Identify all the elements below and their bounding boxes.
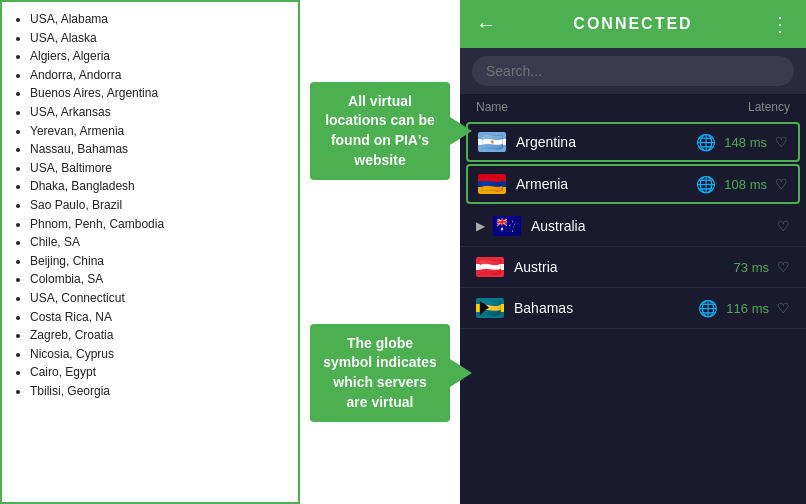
list-item: Chile, SA <box>30 233 288 252</box>
name-column-header: Name <box>476 100 508 114</box>
list-item: Costa Rica, NA <box>30 308 288 327</box>
location-list-panel: USA, AlabamaUSA, AlaskaAlgiers, AlgeriaA… <box>0 0 300 504</box>
table-row[interactable]: 🇦🇹Austria73 ms♡ <box>460 247 806 288</box>
favorite-heart-icon[interactable]: ♡ <box>777 218 790 234</box>
latency-value: 148 ms <box>724 135 767 150</box>
callout-area: All virtual locations can be found on PI… <box>300 0 460 504</box>
latency-value: 116 ms <box>726 301 769 316</box>
server-name: Argentina <box>516 134 696 150</box>
list-item: Cairo, Egypt <box>30 363 288 382</box>
search-input[interactable] <box>472 56 794 86</box>
latency-value: 73 ms <box>734 260 769 275</box>
more-options-button[interactable]: ⋮ <box>770 12 790 36</box>
location-list: USA, AlabamaUSA, AlaskaAlgiers, AlgeriaA… <box>12 10 288 400</box>
table-row[interactable]: 🇧🇸Bahamas🌐116 ms♡ <box>460 288 806 329</box>
table-row[interactable]: 🇦🇷Argentina🌐148 ms♡ <box>466 122 800 162</box>
server-name: Austria <box>514 259 734 275</box>
favorite-heart-icon[interactable]: ♡ <box>777 259 790 275</box>
list-item: Beijing, China <box>30 252 288 271</box>
back-button[interactable]: ← <box>476 13 496 36</box>
favorite-heart-icon[interactable]: ♡ <box>775 176 788 192</box>
callout-virtual-locations: All virtual locations can be found on PI… <box>310 82 450 180</box>
list-item: USA, Baltimore <box>30 159 288 178</box>
table-row[interactable]: 🇦🇲Armenia🌐108 ms♡ <box>466 164 800 204</box>
list-item: Dhaka, Bangladesh <box>30 177 288 196</box>
connection-status-title: CONNECTED <box>573 15 692 33</box>
list-item: USA, Connecticut <box>30 289 288 308</box>
list-item: Nicosia, Cyprus <box>30 345 288 364</box>
server-name: Bahamas <box>514 300 698 316</box>
search-bar <box>460 48 806 94</box>
vpn-app-panel: ← CONNECTED ⋮ Name Latency 🇦🇷Argentina🌐1… <box>460 0 806 504</box>
virtual-globe-icon: 🌐 <box>698 299 718 318</box>
list-item: Zagreb, Croatia <box>30 326 288 345</box>
app-header: ← CONNECTED ⋮ <box>460 0 806 48</box>
list-header: Name Latency <box>460 94 806 120</box>
flag-icon: 🇧🇸 <box>476 298 504 318</box>
flag-icon: 🇦🇺 <box>493 216 521 236</box>
flag-icon: 🇦🇲 <box>478 174 506 194</box>
list-item: Nassau, Bahamas <box>30 140 288 159</box>
flag-icon: 🇦🇹 <box>476 257 504 277</box>
list-item: Yerevan, Armenia <box>30 122 288 141</box>
virtual-globe-icon: 🌐 <box>696 133 716 152</box>
list-item: USA, Arkansas <box>30 103 288 122</box>
virtual-globe-icon: 🌐 <box>696 175 716 194</box>
list-item: Andorra, Andorra <box>30 66 288 85</box>
favorite-heart-icon[interactable]: ♡ <box>777 300 790 316</box>
flag-icon: 🇦🇷 <box>478 132 506 152</box>
list-item: Sao Paulo, Brazil <box>30 196 288 215</box>
list-item: USA, Alaska <box>30 29 288 48</box>
server-list[interactable]: 🇦🇷Argentina🌐148 ms♡🇦🇲Armenia🌐108 ms♡▶🇦🇺A… <box>460 120 806 504</box>
list-item: Buenos Aires, Argentina <box>30 84 288 103</box>
favorite-heart-icon[interactable]: ♡ <box>775 134 788 150</box>
list-item: Tbilisi, Georgia <box>30 382 288 401</box>
expand-arrow-icon: ▶ <box>476 219 485 233</box>
list-item: USA, Alabama <box>30 10 288 29</box>
server-name: Armenia <box>516 176 696 192</box>
list-item: Algiers, Algeria <box>30 47 288 66</box>
latency-value: 108 ms <box>724 177 767 192</box>
latency-column-header: Latency <box>748 100 790 114</box>
list-item: Colombia, SA <box>30 270 288 289</box>
table-row[interactable]: ▶🇦🇺Australia♡ <box>460 206 806 247</box>
callout-globe-symbol: The globe symbol indicates which servers… <box>310 324 450 422</box>
list-item: Phnom, Penh, Cambodia <box>30 215 288 234</box>
server-name: Australia <box>531 218 777 234</box>
